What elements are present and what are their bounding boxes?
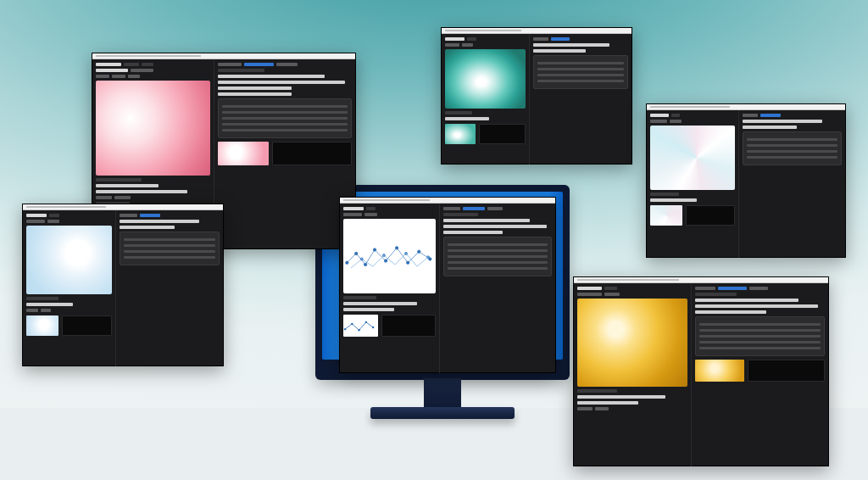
network-graph-icon: [343, 219, 436, 293]
image-preview: [96, 81, 210, 176]
thumbnail: [26, 315, 58, 336]
secondary-block: [381, 315, 435, 337]
details-panel: [743, 131, 842, 165]
secondary-block: [479, 124, 526, 144]
app-window-network: [339, 197, 556, 373]
left-panel: [574, 283, 691, 466]
svg-point-14: [351, 323, 353, 325]
right-panel: [214, 59, 355, 249]
image-preview: [650, 126, 735, 190]
svg-point-16: [365, 321, 367, 323]
app-window-teal: [441, 27, 632, 165]
details-panel: [443, 237, 552, 276]
svg-point-15: [358, 329, 359, 331]
window-titlebar: [574, 277, 828, 283]
image-preview: [343, 219, 436, 293]
window-titlebar: [442, 28, 632, 34]
details-panel: [218, 98, 352, 138]
left-panel: [340, 204, 439, 373]
thumbnail: [650, 205, 682, 226]
svg-point-11: [404, 252, 407, 254]
right-panel: [529, 34, 632, 165]
thumbnail: [445, 124, 476, 144]
svg-point-7: [417, 250, 420, 253]
svg-point-17: [372, 327, 374, 328]
thumbnail: [218, 142, 269, 165]
app-window-gold: [573, 276, 829, 466]
right-panel: [738, 110, 845, 258]
app-window-blue: [22, 204, 224, 366]
window-titlebar: [23, 204, 223, 210]
right-panel: [115, 210, 223, 366]
left-panel: [23, 210, 115, 366]
svg-point-0: [346, 261, 348, 264]
left-panel: [647, 110, 738, 258]
details-panel: [120, 232, 220, 265]
secondary-block: [686, 205, 735, 226]
illustration-stage: [0, 0, 868, 480]
svg-point-5: [395, 247, 398, 249]
details-panel: [533, 55, 628, 89]
thumbnail: [343, 315, 378, 337]
app-window-crystal: [646, 103, 846, 258]
image-preview: [445, 49, 526, 109]
svg-point-12: [427, 256, 430, 259]
right-panel: [691, 283, 828, 466]
details-panel: [695, 316, 825, 356]
thumbnail: [695, 360, 744, 382]
svg-point-10: [382, 254, 385, 257]
svg-point-9: [360, 258, 363, 260]
svg-point-6: [406, 261, 409, 264]
left-panel: [442, 34, 529, 165]
window-titlebar: [647, 104, 845, 110]
svg-point-1: [354, 252, 357, 254]
image-preview: [26, 226, 112, 294]
secondary-block: [748, 360, 825, 382]
window-titlebar: [340, 198, 555, 204]
secondary-block: [62, 315, 111, 336]
monitor-base: [370, 407, 515, 419]
right-panel: [439, 204, 555, 373]
network-graph-icon: [343, 315, 378, 337]
svg-point-4: [384, 260, 387, 262]
svg-point-2: [364, 263, 366, 265]
monitor-neck: [424, 378, 461, 410]
window-titlebar: [92, 53, 355, 59]
secondary-block: [272, 142, 352, 165]
svg-point-13: [344, 328, 346, 330]
image-preview: [577, 299, 687, 387]
svg-point-3: [373, 248, 376, 251]
